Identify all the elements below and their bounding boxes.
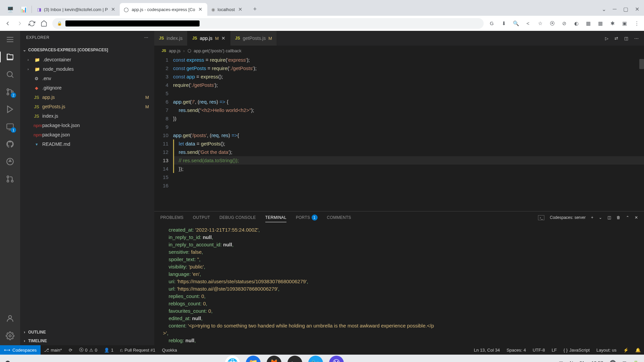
line-number[interactable]: 10	[154, 131, 168, 139]
notif-count-icon[interactable]: 3	[610, 360, 616, 362]
compare-icon[interactable]: ⇄	[614, 36, 618, 41]
run-icon[interactable]: ▷	[605, 36, 608, 41]
home-button[interactable]	[40, 20, 48, 27]
address-bar[interactable]: 🔒	[52, 18, 484, 29]
extension-icon[interactable]: ⋮	[633, 20, 640, 27]
line-number[interactable]: 4	[154, 81, 168, 89]
pinned-tab[interactable]: 🖥️	[3, 3, 17, 16]
code-line[interactable]	[173, 89, 644, 98]
kill-terminal-icon[interactable]: 🗑	[616, 215, 621, 220]
code-line[interactable]	[173, 123, 644, 131]
settings-gear-icon[interactable]	[5, 331, 15, 341]
terminal-dock-icon[interactable]: ›_	[287, 356, 302, 362]
code-line[interactable]: require('./getPosts');	[173, 81, 644, 89]
github-icon[interactable]	[5, 139, 15, 149]
app-dock-icon[interactable]: 🦊	[267, 356, 281, 362]
line-number[interactable]: 13	[154, 156, 168, 165]
minimap[interactable]	[638, 56, 644, 211]
back-button[interactable]	[4, 20, 11, 27]
language-mode[interactable]: { } JavaScript	[560, 348, 593, 353]
code-line[interactable]: app.get('/', (req, res) => {	[173, 98, 644, 106]
line-number[interactable]: 6	[154, 98, 168, 106]
notifications-icon[interactable]: 🔔	[632, 348, 644, 353]
reload-button[interactable]	[28, 20, 36, 27]
tree-item[interactable]: ›📁.devcontainer	[20, 55, 154, 64]
problems-indicator[interactable]: ⓧ0 ⚠0	[76, 347, 101, 353]
extension-icon[interactable]: ⊘	[561, 20, 568, 27]
tree-item[interactable]: ▾README.md	[20, 139, 154, 149]
code-line[interactable]: })	[173, 114, 644, 123]
terminal-select-icon[interactable]: ›_	[538, 215, 544, 220]
tree-item[interactable]: JSgetPosts.jsM	[20, 102, 154, 111]
tree-item[interactable]: JSapp.jsM	[20, 93, 154, 102]
editor-tab[interactable]: JSgetPosts.jsM	[230, 31, 277, 46]
tree-item[interactable]: ◆.gitignore	[20, 83, 154, 93]
tray-icon[interactable]: ▣	[559, 360, 563, 362]
chevron-up-icon[interactable]: ⌃	[626, 215, 629, 220]
close-icon[interactable]: ✕	[635, 6, 639, 12]
code-line[interactable]: app.get('/posts', (req, res) =>{	[173, 131, 644, 139]
code-line[interactable]: res.send('Got the data');	[173, 148, 644, 156]
feedback-icon[interactable]: ⚡	[620, 348, 632, 353]
code-line[interactable]	[173, 181, 644, 190]
code-line[interactable]: let data = getPosts();	[173, 139, 644, 148]
timeline-section[interactable]: ›TIMELINE	[20, 337, 154, 345]
line-number[interactable]: 11	[154, 139, 168, 148]
wifi-icon[interactable]: ◥	[623, 360, 626, 362]
close-icon[interactable]: ✕	[198, 7, 203, 12]
close-icon[interactable]: ✕	[237, 7, 243, 12]
eol[interactable]: LF	[548, 348, 560, 353]
line-number[interactable]: 1	[154, 56, 168, 64]
git-pr-icon[interactable]	[5, 174, 15, 184]
new-terminal-icon[interactable]: +	[591, 215, 593, 220]
browser-tab[interactable]: ◨ (3) Inbox | kevin@kctofel.com | P ✕	[33, 3, 120, 16]
new-tab-button[interactable]: +	[250, 4, 260, 14]
extension-icon[interactable]: 🔍	[513, 20, 519, 27]
extension-icon[interactable]: ⬇	[500, 20, 507, 27]
extension-icon[interactable]: ◐	[573, 20, 580, 27]
launcher-icon[interactable]	[5, 361, 10, 362]
extension-icon[interactable]: ☆	[537, 20, 543, 27]
code-line[interactable]: });	[173, 165, 644, 173]
indentation[interactable]: Spaces: 4	[503, 348, 529, 353]
search-icon[interactable]	[5, 70, 15, 79]
close-panel-icon[interactable]: ✕	[635, 215, 638, 220]
extension-icon[interactable]: <	[525, 20, 531, 27]
extension-icon[interactable]: ▣	[621, 20, 628, 27]
editor-tab[interactable]: JSindex.js	[154, 31, 187, 46]
menu-icon[interactable]	[5, 35, 15, 44]
source-control-icon[interactable]: 2	[5, 87, 15, 97]
panel-tab[interactable]: PORTS1	[296, 215, 318, 221]
live-share-indicator[interactable]: 👤1	[101, 348, 117, 353]
workspace-section[interactable]: ⌄ CODESPACES-EXPRESS [CODESPACES]	[20, 46, 154, 54]
more-icon[interactable]: ⋯	[144, 35, 149, 40]
chrome-dock-icon[interactable]: 🌐	[225, 356, 240, 362]
code-line[interactable]: // res.send(data.toString());	[173, 156, 644, 165]
tree-item[interactable]: ⚙.env	[20, 74, 154, 83]
encoding[interactable]: UTF-8	[529, 348, 548, 353]
extension-icon[interactable]: ▦	[597, 20, 604, 27]
panel-tab[interactable]: DEBUG CONSOLE	[219, 215, 256, 220]
layout[interactable]: Layout: us	[593, 348, 620, 353]
maximize-icon[interactable]: ▢	[623, 6, 628, 12]
pinned-tab[interactable]: 📊	[17, 3, 30, 16]
code-line[interactable]	[173, 173, 644, 181]
line-number[interactable]: 15	[154, 173, 168, 181]
line-number[interactable]: 2	[154, 64, 168, 72]
files-dock-icon[interactable]: 📁	[246, 356, 261, 362]
more-icon[interactable]: ⋯	[634, 36, 639, 41]
editor-tab[interactable]: JSapp.jsM✕	[187, 31, 230, 46]
tree-item[interactable]: npmpackage.json	[20, 130, 154, 139]
time[interactable]: 12:57	[591, 360, 603, 362]
browser-tab-active[interactable]: ◯ app.js - codespaces-express [Co ✕	[120, 3, 207, 16]
code-line[interactable]: res.send("<h2>Hello world<h2>");	[173, 106, 644, 114]
line-number[interactable]: 7	[154, 106, 168, 114]
terminal-label[interactable]: Codespaces: server	[550, 215, 586, 220]
terminal-output[interactable]: created_at: '2022-11-21T17:55:24.000Z', …	[154, 224, 644, 345]
chevron-down-icon[interactable]: ⌄	[602, 6, 606, 12]
split-terminal-icon[interactable]: ◫	[607, 215, 611, 220]
tree-item[interactable]: npmpackage-lock.json	[20, 121, 154, 130]
code-line[interactable]: const getPosts = require('./getPosts');	[173, 64, 644, 72]
browser-tab[interactable]: ◉ localhost ✕	[207, 3, 247, 16]
explorer-icon[interactable]	[5, 52, 15, 62]
